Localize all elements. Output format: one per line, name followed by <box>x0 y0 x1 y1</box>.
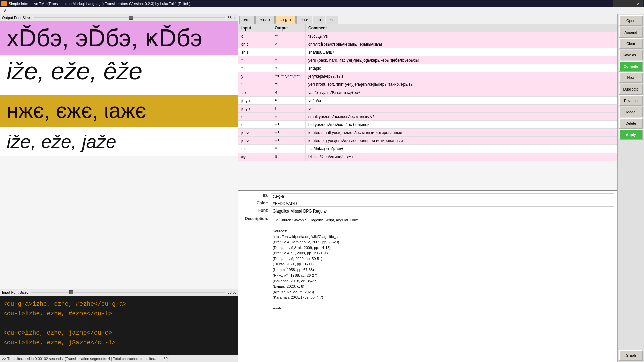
detail-id-label: ID: <box>241 193 271 198</box>
cell-input: " <box>238 56 272 64</box>
tab-cu-l[interactable]: cu-l <box>239 16 255 24</box>
menu-about[interactable]: About <box>1 8 16 13</box>
delete-button[interactable]: Delete <box>619 118 643 129</box>
details-panel: ID: cu-g-a Color: #FFDDAADD Font: Glagol… <box>238 190 617 362</box>
data-table: Input Output Comment cⰲtsi/ci/цы/vsch,čⱍ… <box>238 24 617 161</box>
right-panel: cu-l cu-g-r cu-g-a cu-c ru sr Input Outp… <box>238 14 617 362</box>
input-text-area[interactable]: <cu-g-a>izhe, ezhe, #ezhe</cu-g-a> <cu-l… <box>0 296 238 355</box>
tab-cu-c[interactable]: cu-c <box>296 16 313 24</box>
output-font-slider[interactable] <box>34 17 225 18</box>
detail-font-value[interactable]: Glagolica Missal DPG Regular <box>271 208 614 214</box>
cell-comment: yeri (front, soft, 'thin' yer)/jerь/jerь… <box>306 80 617 88</box>
detail-color-value[interactable]: #FFDDAADD <box>271 201 614 207</box>
cell-comment: yo <box>306 105 617 113</box>
cell-output: ⰵⰵ <box>272 121 306 129</box>
cell-input: "" <box>238 64 272 72</box>
preview-section-white-1: iže, eže, êže <box>0 55 238 88</box>
cell-comment: big yus/осъ/жкъ/юсъ/юс большой <box>306 121 617 129</box>
cell-output: ⰵⰵ,ⰵⱅ,ⰵⱅ,ⰵⱅ <box>272 72 306 80</box>
clear-button[interactable]: Clear <box>619 38 643 49</box>
cell-input: ch,č <box>238 40 272 48</box>
tab-sr[interactable]: sr <box>326 16 338 24</box>
mode-button[interactable]: Mode <box>619 107 643 117</box>
table-row[interactable]: thⱚfita/thita/ⲫита/ⲫⲱϭⲟ+ <box>238 145 617 153</box>
table-row[interactable]: #yⱄizhitsa/ižica/vжица/ѕьꙃⰲ+ <box>238 153 617 161</box>
table-row[interactable]: o'ⰵⰵbig yus/осъ/жкъ/юсъ/юс большой <box>238 121 617 129</box>
output-font-size-label: Output Font Size: <box>2 16 31 20</box>
cell-comment: sha/ша/ша/ш+ <box>306 48 617 56</box>
cell-comment: izhitsa/ižica/vжица/ѕьꙃⰲ+ <box>306 153 617 161</box>
cell-input: jo',yo' <box>238 137 272 145</box>
col-header-output: Output <box>272 24 306 32</box>
table-content: Input Output Comment cⰲtsi/ci/цы/vsch,čⱍ… <box>238 24 617 190</box>
table-row[interactable]: ch,čⱍchrivi/сѣрвь/сѣрвь/черьвь/черьвы/чз… <box>238 40 617 48</box>
input-font-slider[interactable] <box>31 292 225 293</box>
preview-section-white-2: iže, eže, jaže <box>0 127 238 156</box>
cell-output: ⰵ <box>272 113 306 121</box>
cell-comment: small yus/єsъ/ась/юсь/юс малый/Ꙙⱑ <box>306 113 617 121</box>
append-button[interactable]: Append <box>619 27 643 38</box>
table-row[interactable]: je',ye'ⰵⰵiotated small yus/ęsъ/мсъ/юс ма… <box>238 129 617 137</box>
table-row[interactable]: ""ⱑshtapic <box>238 64 617 72</box>
cell-input: e' <box>238 113 272 121</box>
cell-comment: shtapic <box>306 64 617 72</box>
detail-id-row: ID: cu-g-a <box>241 193 614 199</box>
cell-comment: iotated small yus/ęsъ/мсъ/юс малый йотир… <box>306 129 617 137</box>
status-text: >> Transliterated in 0.00102 seconds! [T… <box>2 357 169 361</box>
cell-output: ⰵ <box>272 56 306 64</box>
input-line-4: <cu-c>izhe, ezhe, jazhe</cu-c> <box>3 328 234 338</box>
col-header-comment: Comment <box>306 24 617 32</box>
duplicate-button[interactable]: Duplicate <box>619 84 643 95</box>
output-font-bar: Output Font Size: 88 pt <box>0 14 238 21</box>
table-row[interactable]: "ⰵyeru (back, hard, 'fat' yer)/jerь/jogь… <box>238 56 617 64</box>
save-as-button[interactable]: Save as... <box>619 50 643 60</box>
table-row[interactable]: #eⱏyati/ётъ/jатъ/Ѣтъ/натъ/j+ооⱑ <box>238 88 617 97</box>
input-line-5: <cu-l>izhe, ezhe, j$azhe</cu-l> <box>3 338 234 348</box>
status-bar: >> Transliterated in 0.00102 seconds! [T… <box>0 355 238 362</box>
cell-input: y <box>238 72 272 80</box>
cell-output: ⱎ <box>272 48 306 56</box>
cell-comment: yati/ётъ/jатъ/Ѣтъ/натъ/j+ооⱑ <box>306 88 617 97</box>
table-row[interactable]: 'ⰹyeri (front, soft, 'thin' yer)/jerь/je… <box>238 80 617 88</box>
cell-input: #e <box>238 88 272 97</box>
cell-input: sh,š <box>238 48 272 56</box>
maximize-button[interactable]: □ <box>623 0 633 7</box>
reverse-button[interactable]: Reverse <box>619 95 643 106</box>
table-row[interactable]: jo,yoⱁyo <box>238 105 617 113</box>
cell-output: ⱑ <box>272 64 306 72</box>
cell-output: ⰵⰵ <box>272 137 306 145</box>
new-button[interactable]: New <box>619 72 643 83</box>
cell-input: ' <box>238 80 272 88</box>
table-row[interactable]: sh,šⱎsha/ша/ша/ш+ <box>238 48 617 56</box>
cell-output: ⱆ <box>272 97 306 105</box>
table-row[interactable]: e'ⰵsmall yus/єsъ/ась/юсь/юс малый/Ꙙⱑ <box>238 113 617 121</box>
detail-font-label: Font: <box>241 208 271 213</box>
tab-cu-g-a[interactable]: cu-g-a <box>275 16 296 24</box>
preview-glagolitic-text: хĎбэ, эĎбэ, ҝĎбэ <box>7 25 231 51</box>
cell-comment: yu/ju/ю <box>306 97 617 105</box>
table-row[interactable]: jo',yo'ⰵⰵiotated big yus/josъ/жкъ/юс бол… <box>238 137 617 145</box>
cell-input: ju,yu <box>238 97 272 105</box>
compile-button[interactable]: Compile <box>619 61 643 72</box>
detail-description-value[interactable]: Old Church Slavonic, Glagolitic Script, … <box>271 216 614 309</box>
cell-input: jo,yo <box>238 105 272 113</box>
table-row[interactable]: cⰲtsi/ci/цы/vs <box>238 32 617 40</box>
open-button[interactable]: Open <box>619 15 643 26</box>
cell-input: o' <box>238 121 272 129</box>
input-font-bar: Input Font Size: 33 pt <box>0 289 238 296</box>
graph-button[interactable]: Graph <box>619 350 643 361</box>
tab-ru[interactable]: ru <box>313 16 325 24</box>
apply-button[interactable]: Apply <box>619 129 643 140</box>
table-row[interactable]: ju,yuⱆyu/ju/ю <box>238 97 617 105</box>
cell-comment: yeru (back, hard, 'fat' yer)/jerь/jogь/к… <box>306 56 617 64</box>
close-button[interactable]: ✕ <box>633 0 643 7</box>
preview-latin-text-2: iže, eže, jaže <box>7 130 231 153</box>
minimize-button[interactable]: — <box>613 0 623 7</box>
preview-glagolitic-text-2: нжє, єжє, ιажє <box>7 98 231 124</box>
tab-cu-g-r[interactable]: cu-g-r <box>255 16 274 24</box>
cell-output: ⱏ <box>272 88 306 97</box>
cell-output: ⰹ <box>272 80 306 88</box>
detail-id-value[interactable]: cu-g-a <box>271 193 614 199</box>
table-row[interactable]: yⰵⰵ,ⰵⱅ,ⰵⱅ,ⰵⱅjery/керы/ерьы/зыs <box>238 72 617 80</box>
sidebar: Open Append Clear Save as... Compile New… <box>617 14 644 362</box>
